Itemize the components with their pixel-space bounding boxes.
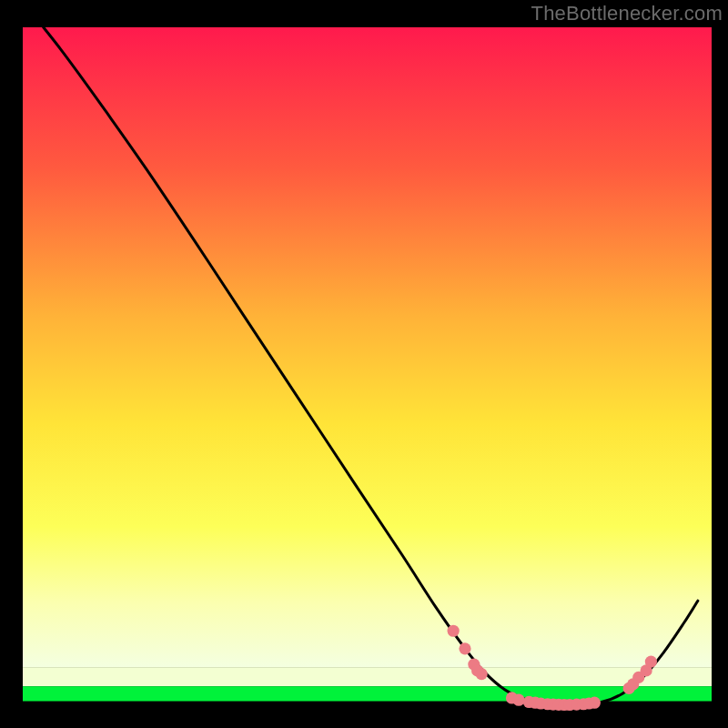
bottom-dark-strip xyxy=(23,702,712,712)
data-marker xyxy=(589,697,601,709)
chart-container: TheBottlenecker.com xyxy=(0,0,728,728)
data-marker xyxy=(512,694,524,706)
data-marker xyxy=(459,642,470,654)
data-marker xyxy=(448,625,460,637)
light-band xyxy=(23,667,712,686)
plot-area xyxy=(23,27,712,712)
bottleneck-curve-chart xyxy=(0,0,728,728)
data-marker xyxy=(476,668,488,680)
attribution-label: TheBottlenecker.com xyxy=(531,2,723,25)
gradient-background xyxy=(23,27,712,667)
data-marker xyxy=(645,656,657,668)
